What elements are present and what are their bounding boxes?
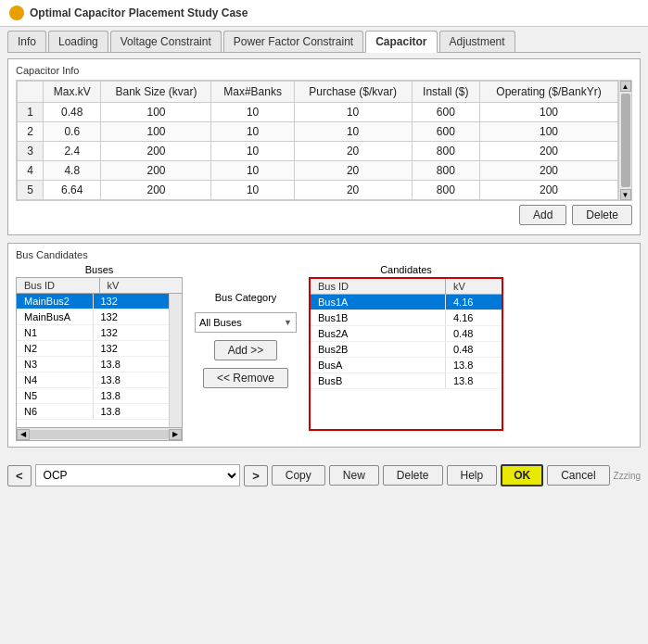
cell-purchase[interactable]: 20	[294, 142, 412, 161]
scroll-thumb[interactable]	[621, 94, 630, 187]
copy-button[interactable]: Copy	[272, 465, 325, 486]
cell-install[interactable]: 600	[412, 122, 479, 142]
title-bar: Optimal Capacitor Placement Study Case	[0, 0, 648, 27]
cell-banksize[interactable]: 100	[101, 122, 211, 142]
cell-banksize[interactable]: 200	[101, 161, 211, 181]
list-item[interactable]: BusA 13.8	[311, 358, 502, 373]
bus-id-cell: N3	[17, 357, 94, 372]
cand-id-cell: Bus1A	[311, 295, 446, 309]
row-num: 3	[18, 142, 44, 161]
study-select[interactable]: OCP	[35, 464, 241, 486]
cell-banksize[interactable]: 200	[101, 181, 211, 200]
table-row[interactable]: 3 2.4 200 10 20 800 200	[18, 142, 618, 161]
tab-info[interactable]: Info	[7, 31, 46, 52]
cell-purchase[interactable]: 20	[294, 181, 412, 200]
cell-purchase[interactable]: 20	[294, 161, 412, 181]
help-button[interactable]: Help	[447, 465, 498, 486]
cand-kv-cell: 4.16	[446, 310, 502, 325]
window-title: Optimal Capacitor Placement Study Case	[30, 6, 248, 19]
scroll-h-track[interactable]	[30, 430, 169, 439]
tab-adjustment[interactable]: Adjustment	[439, 31, 515, 52]
list-item[interactable]: N6 13.8	[17, 404, 182, 420]
table-row[interactable]: 4 4.8 200 10 20 800 200	[18, 161, 618, 181]
cell-install[interactable]: 600	[412, 103, 479, 122]
list-item[interactable]: Bus2A 0.48	[311, 326, 502, 342]
scroll-down-arrow[interactable]: ▼	[620, 189, 631, 200]
cell-maxkv[interactable]: 0.48	[44, 103, 101, 122]
buses-panel-title: Buses	[16, 264, 183, 275]
buses-panel: Buses Bus ID kV MainBus2 132 MainBusA 13…	[16, 264, 183, 441]
cell-operating[interactable]: 200	[480, 142, 618, 161]
tab-power-factor-constraint[interactable]: Power Factor Constraint	[223, 31, 363, 52]
list-item[interactable]: MainBus2 132	[17, 294, 182, 309]
cell-operating[interactable]: 100	[480, 103, 618, 122]
add-row-button[interactable]: Add	[519, 205, 566, 225]
table-row[interactable]: 5 6.64 200 10 20 800 200	[18, 181, 618, 200]
bus-id-cell: N1	[17, 325, 94, 340]
cell-operating[interactable]: 200	[480, 161, 618, 181]
cand-id-cell: Bus2B	[311, 342, 446, 357]
bus-list-body: MainBus2 132 MainBusA 132 N1 132 N2 132 …	[16, 294, 183, 428]
cell-maxbanks[interactable]: 10	[211, 161, 294, 181]
scroll-right-arrow[interactable]: ▶	[169, 429, 182, 440]
scroll-up-arrow[interactable]: ▲	[620, 81, 631, 92]
candidates-panel: Candidates Bus ID kV Bus1A 4.16 Bus1B 4.…	[309, 264, 503, 431]
list-item[interactable]: N3 13.8	[17, 357, 182, 373]
cell-operating[interactable]: 100	[480, 122, 618, 142]
cell-banksize[interactable]: 100	[101, 103, 211, 122]
bus-id-cell: MainBus2	[17, 294, 94, 309]
table-row[interactable]: 1 0.48 100 10 10 600 100	[18, 103, 618, 122]
kv-cell: 13.8	[94, 373, 170, 387]
cancel-button[interactable]: Cancel	[547, 465, 609, 486]
cell-maxbanks[interactable]: 10	[211, 142, 294, 161]
list-item[interactable]: MainBusA 132	[17, 309, 182, 325]
add-candidate-button[interactable]: Add >>	[214, 340, 278, 360]
cell-maxkv[interactable]: 4.8	[44, 161, 101, 181]
list-item[interactable]: Bus1A 4.16	[311, 295, 502, 310]
list-item[interactable]: N1 132	[17, 325, 182, 341]
delete-button[interactable]: Delete	[383, 465, 443, 486]
capacitor-table-wrapper: Max.kV Bank Size (kvar) Max#Banks Purcha…	[16, 80, 632, 201]
cell-operating[interactable]: 200	[480, 181, 618, 200]
cell-maxkv[interactable]: 0.6	[44, 122, 101, 142]
list-item[interactable]: BusB 13.8	[311, 373, 502, 389]
bus-category-dropdown[interactable]: All Buses ▼	[195, 312, 297, 333]
next-button[interactable]: >	[244, 465, 268, 486]
kv-cell: 13.8	[94, 357, 170, 372]
cell-maxkv[interactable]: 6.64	[44, 181, 101, 200]
capacitor-info-section: Capacitor Info Max.kV Bank Size (kvar) M…	[7, 58, 641, 235]
cand-kv-cell: 0.48	[446, 326, 502, 341]
cell-maxbanks[interactable]: 10	[211, 103, 294, 122]
list-item[interactable]: Bus1B 4.16	[311, 310, 502, 326]
cell-maxbanks[interactable]: 10	[211, 122, 294, 142]
bottom-bar: < OCP > Copy New Delete Help OK Cancel Z…	[0, 461, 648, 490]
list-item[interactable]: N2 132	[17, 341, 182, 357]
cell-purchase[interactable]: 10	[294, 103, 412, 122]
list-item[interactable]: N4 13.8	[17, 373, 182, 388]
scroll-left-arrow[interactable]: ◀	[17, 429, 30, 440]
bus-id-cell: N2	[17, 341, 94, 356]
tab-capacitor[interactable]: Capacitor	[365, 31, 437, 53]
cand-list-header: Bus ID kV	[311, 279, 502, 295]
cell-maxbanks[interactable]: 10	[211, 181, 294, 200]
tab-loading[interactable]: Loading	[48, 31, 108, 52]
table-scrollbar[interactable]: ▲ ▼	[618, 81, 631, 200]
cell-install[interactable]: 800	[412, 142, 479, 161]
delete-row-button[interactable]: Delete	[572, 205, 632, 225]
table-row[interactable]: 2 0.6 100 10 10 600 100	[18, 122, 618, 142]
cell-install[interactable]: 800	[412, 181, 479, 200]
list-item[interactable]: N5 13.8	[17, 388, 182, 404]
tab-voltage-constraint[interactable]: Voltage Constraint	[110, 31, 222, 52]
list-item[interactable]: Bus2B 0.48	[311, 342, 502, 358]
cell-maxkv[interactable]: 2.4	[44, 142, 101, 161]
new-button[interactable]: New	[329, 465, 379, 486]
cell-purchase[interactable]: 10	[294, 122, 412, 142]
col-header-maxkv: Max.kV	[44, 82, 101, 103]
bus-list-scrollbar[interactable]	[169, 294, 182, 427]
cell-install[interactable]: 800	[412, 161, 479, 181]
ok-button[interactable]: OK	[501, 464, 543, 486]
remove-candidate-button[interactable]: << Remove	[203, 368, 288, 388]
bus-id-cell: MainBusA	[17, 309, 94, 324]
prev-button[interactable]: <	[7, 465, 32, 486]
cell-banksize[interactable]: 200	[101, 142, 211, 161]
